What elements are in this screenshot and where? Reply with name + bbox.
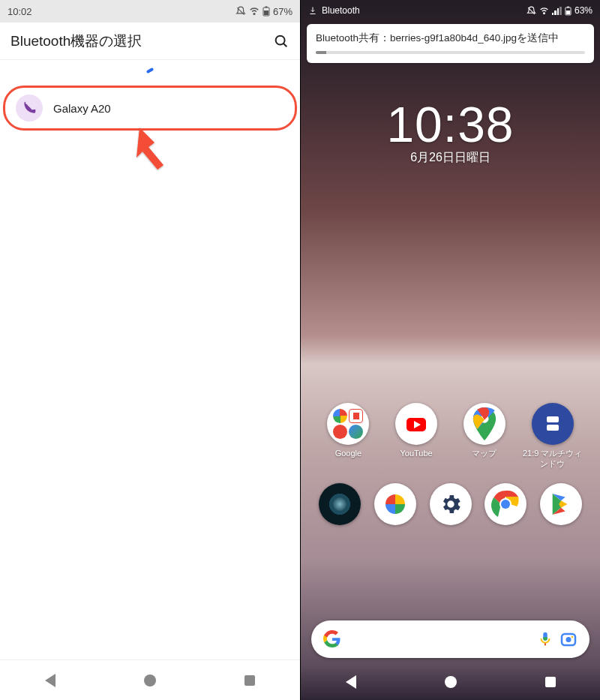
home-apps: Google YouTube マップ 21:9 マルチウィンドウ — [301, 166, 600, 617]
svg-rect-15 — [547, 425, 559, 431]
page-title: Bluetooth機器の選択 — [10, 32, 142, 51]
svg-point-7 — [544, 12, 545, 14]
battery-icon — [262, 6, 270, 17]
status-icons: 67% — [236, 6, 292, 17]
wifi-icon — [539, 6, 549, 16]
chrome-icon — [484, 483, 526, 525]
notification-text: Bluetooth共有：berries-g9f1a80b4d_640.jpgを送… — [316, 32, 585, 45]
status-app-label: Bluetooth — [322, 5, 360, 16]
app-label: Google — [335, 449, 362, 468]
signal-icon — [552, 7, 562, 15]
svg-rect-10 — [566, 11, 570, 14]
app-label: 21:9 マルチウィンドウ — [523, 449, 583, 470]
lock-date: 6月26日日曜日 — [301, 150, 600, 166]
status-bar: 10:02 67% — [0, 0, 300, 23]
status-bar: Bluetooth 63% — [301, 0, 600, 21]
app-multiwindow[interactable]: 21:9 マルチウィンドウ — [523, 403, 583, 470]
battery-percent: 67% — [273, 6, 292, 17]
lens-icon[interactable] — [560, 630, 578, 648]
app-photos[interactable] — [373, 483, 418, 548]
nav-recent[interactable] — [543, 674, 558, 689]
svg-point-18 — [501, 500, 510, 509]
app-label: YouTube — [400, 449, 433, 468]
google-g-icon — [323, 630, 341, 648]
play-store-icon — [540, 483, 582, 525]
app-label: マップ — [472, 449, 496, 468]
device-name: Galaxy A20 — [53, 102, 111, 115]
bell-off-icon — [526, 6, 536, 16]
svg-rect-19 — [544, 644, 546, 646]
bell-off-icon — [236, 6, 246, 17]
status-time: 10:02 — [8, 6, 32, 17]
download-icon — [308, 6, 317, 15]
progress-bar — [316, 51, 585, 54]
app-settings[interactable] — [428, 483, 473, 548]
lock-clock: 10:38 — [301, 96, 600, 153]
wifi-icon — [249, 6, 260, 17]
phone-icon — [16, 95, 43, 122]
svg-rect-3 — [264, 11, 268, 15]
svg-rect-2 — [265, 7, 267, 8]
device-item-galaxy-a20[interactable]: Galaxy A20 — [3, 86, 297, 131]
nav-bar — [301, 664, 600, 700]
app-google-folder[interactable]: Google — [318, 403, 378, 470]
app-camera[interactable] — [317, 483, 362, 548]
loading-spinner — [0, 60, 300, 81]
battery-percent: 63% — [574, 5, 592, 16]
nav-recent[interactable] — [242, 673, 257, 688]
settings-icon — [430, 483, 472, 525]
phone-left: 10:02 67% Bluetooth機器の選択 Galaxy A20 — [0, 0, 300, 700]
app-row-1: Google YouTube マップ 21:9 マルチウィンドウ — [301, 403, 600, 470]
youtube-icon — [395, 403, 437, 445]
battery-icon — [565, 6, 572, 16]
svg-marker-6 — [136, 128, 164, 170]
google-search-bar[interactable] — [311, 620, 590, 658]
device-list: Galaxy A20 — [0, 81, 300, 135]
phone-right: Bluetooth 63% Bluetooth共有：berries-g9f1a8… — [300, 0, 600, 700]
app-youtube[interactable]: YouTube — [386, 403, 446, 470]
multiwindow-icon — [532, 403, 574, 445]
photos-icon — [374, 483, 416, 525]
nav-bar — [0, 659, 300, 700]
bluetooth-transfer-notification[interactable]: Bluetooth共有：berries-g9f1a80b4d_640.jpgを送… — [307, 24, 594, 63]
search-icon[interactable] — [273, 33, 290, 50]
maps-icon — [464, 403, 506, 445]
nav-home[interactable] — [142, 673, 158, 688]
app-maps[interactable]: マップ — [454, 403, 514, 470]
screen-header: Bluetooth機器の選択 — [0, 23, 300, 60]
nav-back[interactable] — [43, 673, 58, 688]
svg-rect-14 — [547, 416, 559, 422]
svg-point-0 — [254, 14, 255, 15]
nav-back[interactable] — [344, 674, 358, 689]
google-folder-icon — [327, 403, 369, 445]
app-play-store[interactable] — [538, 483, 584, 548]
app-row-2 — [301, 483, 600, 548]
svg-point-21 — [566, 637, 572, 642]
camera-lens-icon — [319, 483, 361, 525]
svg-rect-9 — [567, 6, 569, 8]
mic-icon[interactable] — [537, 631, 554, 647]
annotation-arrow — [120, 120, 195, 195]
nav-home[interactable] — [443, 674, 458, 689]
svg-line-5 — [284, 44, 286, 47]
app-chrome[interactable] — [483, 483, 528, 548]
svg-point-4 — [276, 35, 285, 44]
svg-point-22 — [572, 636, 574, 638]
